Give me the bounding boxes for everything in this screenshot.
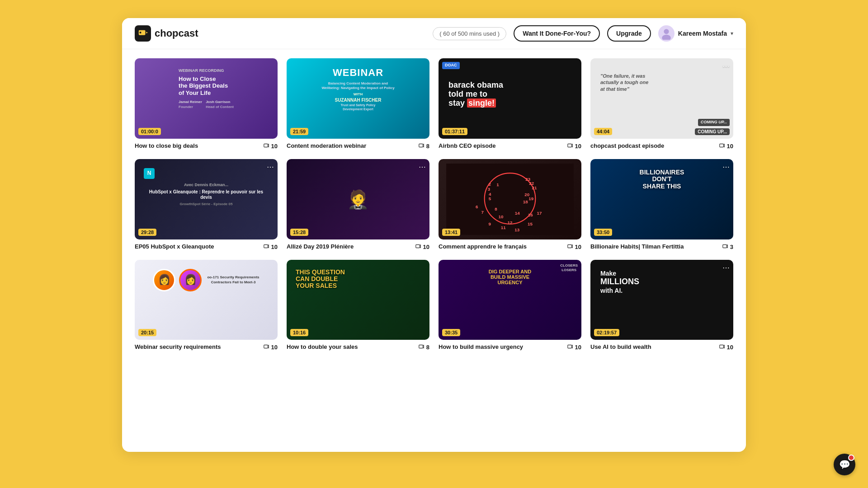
upgrade-button[interactable]: Upgrade <box>607 25 651 42</box>
video-title-4: chopcast podcast episode <box>590 142 719 150</box>
video-meta-3: Airbnb CEO episode 10 <box>439 142 581 150</box>
video-card-4[interactable]: "One failure, it wasactually a tough one… <box>590 58 733 150</box>
svg-text:15: 15 <box>528 221 533 226</box>
duration-badge: 13:41 <box>442 229 460 236</box>
svg-text:8: 8 <box>495 206 497 211</box>
duration-badge: 29:28 <box>138 229 156 236</box>
clip-count-3: 10 <box>575 143 581 150</box>
svg-text:10: 10 <box>498 214 503 219</box>
more-options-icon[interactable]: ⋯ <box>722 163 730 171</box>
logo-icon <box>135 25 151 42</box>
svg-rect-8 <box>719 144 723 147</box>
svg-point-3 <box>664 29 669 34</box>
more-options-icon[interactable]: ⋯ <box>722 62 730 70</box>
video-meta-5: EP05 HubSpot x Gleanquote 10 <box>135 243 278 251</box>
clip-count-area-9: 10 <box>263 343 278 351</box>
clip-icon <box>418 343 425 351</box>
video-card-1[interactable]: WEBINAR RECORDING How to Closethe Bigges… <box>135 58 278 150</box>
done-for-you-button[interactable]: Want It Done-For-You? <box>514 25 600 42</box>
svg-text:9: 9 <box>489 221 491 226</box>
svg-text:18: 18 <box>523 199 528 204</box>
svg-text:17: 17 <box>537 211 542 216</box>
clip-count-area-11: 10 <box>567 343 581 351</box>
more-options-icon[interactable]: ⋯ <box>722 263 730 272</box>
video-thumbnail-1: WEBINAR RECORDING How to Closethe Bigges… <box>135 58 278 139</box>
clip-count-6: 10 <box>423 244 429 250</box>
video-card-2[interactable]: WEBINAR Balancing Content Moderation and… <box>287 58 429 150</box>
duration-badge: 01:00:0 <box>138 128 161 135</box>
video-title-5: EP05 HubSpot x Gleanquote <box>135 243 263 251</box>
video-meta-7: Comment apprendre le français 10 <box>439 243 581 251</box>
video-meta-2: Content moderation webinar 8 <box>287 142 429 150</box>
video-card-10[interactable]: THIS QUESTIONCAN DOUBLEYOUR SALES 10:16 … <box>287 260 429 352</box>
user-name: Kareem Mostafa <box>678 30 727 37</box>
clip-icon <box>263 243 269 251</box>
avatar <box>658 25 675 42</box>
video-meta-9: Webinar security requirements 10 <box>135 343 278 351</box>
app-container: chopcast ( 60 of 500 mins used ) Want It… <box>122 18 746 452</box>
clip-icon <box>418 142 425 150</box>
clip-count-5: 10 <box>271 244 278 250</box>
clip-count-area-8: 3 <box>722 243 733 251</box>
video-thumbnail-10: THIS QUESTIONCAN DOUBLEYOUR SALES 10:16 <box>287 260 429 340</box>
duration-badge: 33:50 <box>594 229 612 236</box>
video-thumbnail-11: DIG DEEPER ANDBUILD MASSIVEURGENCY CLOSE… <box>439 260 581 340</box>
clip-count-area-6: 10 <box>415 243 429 251</box>
more-options-icon[interactable]: ⋯ <box>267 163 274 171</box>
svg-text:13: 13 <box>514 227 519 232</box>
svg-text:5: 5 <box>489 196 491 201</box>
video-card-5[interactable]: N Avec Dennis Eckman... HubSpot x Gleanq… <box>135 159 278 251</box>
svg-text:14: 14 <box>515 211 520 216</box>
svg-rect-6 <box>419 144 423 147</box>
video-card-11[interactable]: DIG DEEPER ANDBUILD MASSIVEURGENCY CLOSE… <box>439 260 581 352</box>
clip-count-2: 8 <box>426 143 429 150</box>
clip-count-7: 10 <box>575 244 581 250</box>
video-meta-6: Allizé Day 2019 Plénière 10 <box>287 243 429 251</box>
clip-count-area-3: 10 <box>567 142 581 150</box>
clip-count-area-7: 10 <box>567 243 581 251</box>
notification-dot <box>848 455 854 461</box>
video-meta-11: How to build massive urgency 10 <box>439 343 581 351</box>
video-title-3: Airbnb CEO episode <box>439 142 567 150</box>
clip-count-9: 10 <box>271 344 278 351</box>
duration-badge: 15:28 <box>290 229 308 236</box>
svg-text:3: 3 <box>488 187 491 192</box>
video-card-6[interactable]: 🤵 ⋯ 15:28 Allizé Day 2019 Plénière 10 <box>287 159 429 251</box>
video-thumbnail-6: 🤵 ⋯ 15:28 <box>287 159 429 239</box>
svg-text:11: 11 <box>501 225 506 230</box>
video-card-7[interactable]: 2322212019181716151413121110987654321 13… <box>439 159 581 251</box>
duration-badge: 10:16 <box>290 329 308 336</box>
clip-icon <box>567 142 573 150</box>
video-card-8[interactable]: BILLIONAIRESDON'TSHARE THIS ⋯ 33:50 Bill… <box>590 159 733 251</box>
svg-rect-40 <box>567 345 571 348</box>
video-card-9[interactable]: 👩 👩 oo-171 Security RequirementsContract… <box>135 260 278 352</box>
user-menu[interactable]: Kareem Mostafa ▾ <box>658 25 733 42</box>
video-title-8: Billionaire Habits| Tilman Fertittia <box>590 243 722 251</box>
clip-count-12: 10 <box>727 344 733 351</box>
clip-count-area-2: 8 <box>418 142 429 150</box>
more-options-icon[interactable]: ⋯ <box>419 163 426 171</box>
clip-count-8: 3 <box>730 244 733 250</box>
clip-icon <box>722 243 728 251</box>
video-meta-1: How to close big deals 10 <box>135 142 278 150</box>
clip-icon <box>567 243 573 251</box>
chat-button[interactable]: 💬 <box>834 454 855 475</box>
video-thumbnail-3: DOAC barack obamatold me tostay single! … <box>439 58 581 139</box>
content-area: WEBINAR RECORDING How to Closethe Bigges… <box>122 49 746 360</box>
duration-badge: 01:37:11 <box>442 128 467 135</box>
svg-rect-10 <box>415 244 420 248</box>
svg-text:4: 4 <box>489 192 491 197</box>
video-thumbnail-7: 2322212019181716151413121110987654321 13… <box>439 159 581 239</box>
logo-area: chopcast <box>135 25 198 42</box>
video-card-3[interactable]: DOAC barack obamatold me tostay single! … <box>439 58 581 150</box>
video-card-12[interactable]: MakeMILLIONSwith AI. ⋯ 02:19:57 Use AI t… <box>590 260 733 352</box>
svg-rect-37 <box>723 244 727 248</box>
clip-count-10: 8 <box>426 344 429 351</box>
video-thumbnail-9: 👩 👩 oo-171 Security RequirementsContract… <box>135 260 278 340</box>
video-meta-12: Use AI to build wealth 10 <box>590 343 733 351</box>
video-meta-10: How to double your sales 8 <box>287 343 429 351</box>
video-meta-8: Billionaire Habits| Tilman Fertittia 3 <box>590 243 733 251</box>
svg-rect-2 <box>140 32 142 33</box>
svg-rect-41 <box>719 345 723 348</box>
clip-icon <box>567 343 573 351</box>
